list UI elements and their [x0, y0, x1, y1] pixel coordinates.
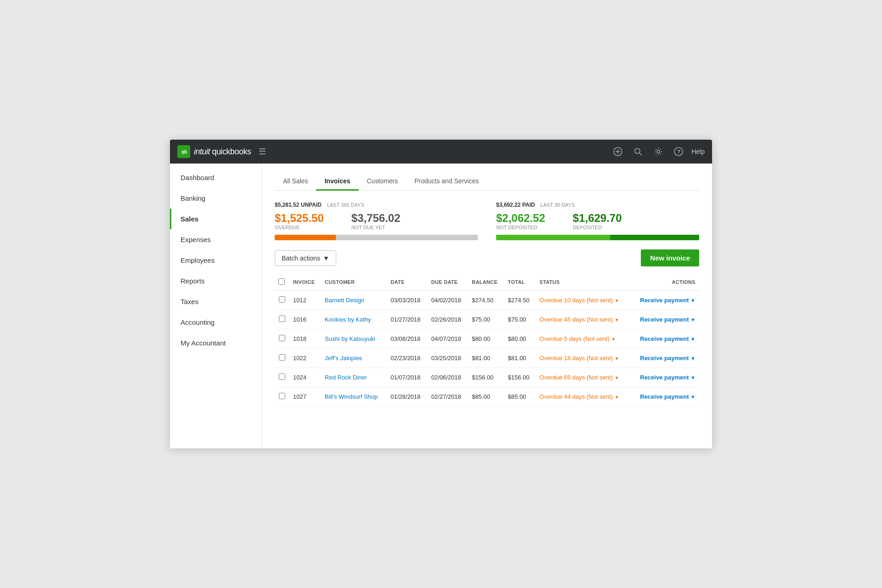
- row-customer[interactable]: Kookies by Kathy: [321, 310, 387, 329]
- deposited-label: DEPOSITED: [573, 225, 622, 230]
- row-customer[interactable]: Red Rock Diner: [321, 368, 387, 387]
- receive-payment-link[interactable]: Receive payment: [640, 316, 689, 323]
- row-status[interactable]: Overdue 44 days (Not sent) ▼: [536, 387, 630, 407]
- row-action-cell: Receive payment ▼: [631, 310, 699, 329]
- row-total: $85.00: [504, 387, 536, 407]
- hamburger-icon[interactable]: ☰: [259, 147, 266, 157]
- row-balance: $85.00: [468, 387, 504, 407]
- add-icon[interactable]: [611, 144, 625, 159]
- table-row: 1024 Red Rock Diner 01/07/2018 02/06/201…: [275, 368, 699, 387]
- top-nav: qb intuit quickbooks ☰: [170, 140, 712, 164]
- row-customer[interactable]: Barnett Design: [321, 291, 387, 310]
- tab-products-services[interactable]: Products and Services: [406, 173, 487, 191]
- help-circle-icon[interactable]: ?: [671, 144, 686, 159]
- status-dropdown-icon[interactable]: ▼: [611, 337, 616, 342]
- sub-tabs: All Sales Invoices Customers Products an…: [275, 173, 699, 191]
- sidebar-item-employees[interactable]: Employees: [170, 250, 261, 271]
- row-total: $274.50: [504, 291, 536, 310]
- status-dropdown-icon[interactable]: ▼: [615, 356, 619, 361]
- sidebar-item-my-accountant[interactable]: My Accountant: [170, 333, 261, 353]
- row-invoice: 1018: [289, 329, 321, 349]
- status-dropdown-icon[interactable]: ▼: [615, 317, 619, 322]
- row-invoice: 1012: [289, 291, 321, 310]
- unpaid-label: $5,281.52 UNPAID: [275, 202, 322, 208]
- new-invoice-button[interactable]: New invoice: [641, 249, 699, 266]
- row-date: 01/07/2018: [387, 368, 427, 387]
- tab-invoices[interactable]: Invoices: [316, 173, 358, 191]
- receive-payment-link[interactable]: Receive payment: [640, 297, 689, 304]
- sidebar-item-dashboard[interactable]: Dashboard: [170, 167, 261, 188]
- deposited-amount: $1,629.70: [573, 212, 622, 225]
- status-dropdown-icon[interactable]: ▼: [615, 298, 619, 303]
- action-dropdown-icon[interactable]: ▼: [690, 375, 695, 380]
- action-dropdown-icon[interactable]: ▼: [690, 356, 695, 361]
- action-dropdown-icon[interactable]: ▼: [690, 317, 695, 322]
- invoice-table: INVOICE CUSTOMER DATE DUE DATE BALANCE: [275, 274, 699, 407]
- receive-payment-link[interactable]: Receive payment: [640, 355, 689, 362]
- receive-payment-link[interactable]: Receive payment: [640, 335, 689, 342]
- row-customer[interactable]: Sushi by Katsuyuki: [321, 329, 387, 349]
- row-balance: $156.00: [468, 368, 504, 387]
- main-layout: Dashboard Banking Sales Expenses Employe…: [170, 164, 712, 448]
- receive-payment-link[interactable]: Receive payment: [640, 374, 689, 381]
- search-icon[interactable]: [631, 144, 645, 159]
- action-dropdown-icon[interactable]: ▼: [690, 298, 695, 303]
- header-due-date: DUE DATE: [428, 274, 468, 291]
- receive-payment-link[interactable]: Receive payment: [640, 393, 689, 400]
- row-checkbox[interactable]: [279, 335, 285, 341]
- row-status[interactable]: Overdue 18 days (Not sent) ▼: [536, 349, 630, 368]
- row-due-date: 02/06/2018: [428, 368, 468, 387]
- overdue-label: OVERDUE: [275, 225, 324, 230]
- help-button[interactable]: Help: [691, 148, 705, 155]
- sidebar-item-sales[interactable]: Sales: [170, 209, 261, 229]
- top-nav-left: qb intuit quickbooks ☰: [177, 145, 266, 158]
- row-action-cell: Receive payment ▼: [631, 329, 699, 349]
- overdue-stat: $1,525.50 OVERDUE: [275, 212, 324, 230]
- action-dropdown-icon[interactable]: ▼: [690, 394, 695, 400]
- row-status[interactable]: Overdue 45 days (Not sent) ▼: [536, 310, 630, 329]
- table-row: 1012 Barnett Design 03/03/2018 04/02/201…: [275, 291, 699, 310]
- tab-all-sales[interactable]: All Sales: [275, 173, 316, 191]
- row-customer[interactable]: Jeff's Jalopies: [321, 349, 387, 368]
- header-status: STATUS: [536, 274, 630, 291]
- header-balance: BALANCE: [468, 274, 504, 291]
- row-balance: $80.00: [468, 329, 504, 349]
- batch-actions-button[interactable]: Batch actions ▼: [275, 250, 336, 266]
- sidebar-item-reports[interactable]: Reports: [170, 271, 261, 291]
- settings-icon[interactable]: [651, 144, 666, 159]
- deposited-stat: $1,629.70 DEPOSITED: [573, 212, 622, 230]
- action-dropdown-icon[interactable]: ▼: [690, 336, 695, 342]
- svg-point-5: [635, 148, 640, 153]
- row-checkbox[interactable]: [279, 354, 285, 361]
- status-dropdown-icon[interactable]: ▼: [615, 375, 619, 380]
- row-status[interactable]: Overdue 65 days (Not sent) ▼: [536, 368, 630, 387]
- row-checkbox[interactable]: [279, 296, 285, 303]
- row-status[interactable]: Overdue 10 days (Not sent) ▼: [536, 291, 630, 310]
- row-checkbox[interactable]: [279, 316, 285, 322]
- sidebar-item-banking[interactable]: Banking: [170, 188, 261, 209]
- unpaid-progress-bar: [275, 235, 478, 240]
- unpaid-header: $5,281.52 UNPAID LAST 365 DAYS: [275, 202, 478, 208]
- logo: qb intuit quickbooks: [177, 145, 251, 158]
- row-date: 03/03/2018: [387, 291, 427, 310]
- row-customer[interactable]: Bill's Windsurf Shop: [321, 387, 387, 407]
- app-window: qb intuit quickbooks ☰: [170, 140, 712, 448]
- tab-customers[interactable]: Customers: [359, 173, 407, 191]
- status-dropdown-icon[interactable]: ▼: [615, 395, 619, 400]
- row-date: 01/28/2018: [387, 387, 427, 407]
- row-status[interactable]: Overdue 5 days (Not sent) ▼: [536, 329, 630, 349]
- unpaid-stats: $5,281.52 UNPAID LAST 365 DAYS $1,525.50…: [275, 202, 478, 240]
- row-checkbox[interactable]: [279, 393, 285, 399]
- row-checkbox[interactable]: [279, 373, 285, 380]
- table-row: 1018 Sushi by Katsuyuki 03/08/2018 04/07…: [275, 329, 699, 349]
- not-deposited-label: NOT DEPOSITED: [496, 225, 545, 230]
- sidebar-item-expenses[interactable]: Expenses: [170, 229, 261, 250]
- top-nav-right: ? Help: [611, 144, 705, 159]
- select-all-checkbox[interactable]: [278, 278, 285, 285]
- svg-point-7: [657, 150, 660, 153]
- row-checkbox-cell: [275, 387, 289, 407]
- sidebar-item-accounting[interactable]: Accounting: [170, 312, 261, 333]
- sidebar-item-taxes[interactable]: Taxes: [170, 291, 261, 312]
- not-due-stat: $3,756.02 NOT DUE YET: [351, 212, 401, 230]
- header-checkbox-col: [275, 274, 289, 291]
